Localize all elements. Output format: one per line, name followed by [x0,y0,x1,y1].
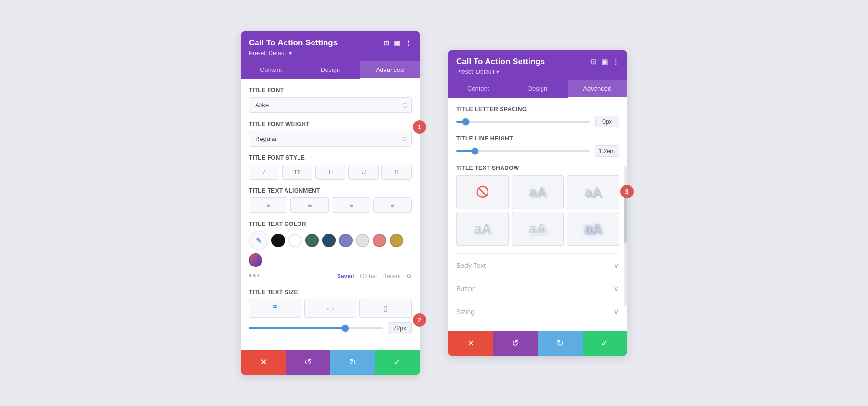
swatch-white[interactable] [288,234,302,247]
right-settings-panel: Call To Action Settings ⊡ ▣ ⋮ Preset: De… [448,50,627,356]
button-label: Button [456,285,475,293]
underline-btn[interactable]: U [348,165,379,180]
color-footer-tabs: Saved Global Recent ⚙ [337,273,412,280]
swatch-pink-light[interactable] [356,234,369,247]
button-section[interactable]: Button ∨ [456,277,619,300]
title-font-weight-select[interactable]: Regular [249,131,412,147]
left-panel-preset[interactable]: Preset: Default ▾ [249,50,412,56]
badge-3: 3 [620,185,634,198]
tablet-btn[interactable]: ▭ [304,299,357,318]
recent-tab[interactable]: Recent [382,273,401,280]
title-font-style-buttons: I TT Tr U S [249,165,412,180]
swatch-green[interactable] [305,234,319,247]
shadow-style-2-btn[interactable]: aA [567,175,619,209]
cancel-button-left[interactable]: ✕ [241,350,286,375]
shadow-none-btn[interactable]: 🚫 [456,175,509,209]
shadow-style-3-btn[interactable]: aA [456,212,509,246]
title-font-weight-select-wrap: Regular [249,131,412,147]
redo-button-right[interactable]: ↻ [538,331,583,356]
left-panel-header: Call To Action Settings ⊡ ▣ ⋮ Preset: De… [241,31,420,61]
shadow-style-5-btn[interactable]: aA [567,212,619,246]
desktop-btn[interactable]: 🖥 [249,299,301,318]
mobile-btn[interactable]: ▯ [359,299,412,318]
align-left-btn[interactable]: ≡ [249,197,287,213]
cancel-button-right[interactable]: ✕ [448,331,493,356]
title-text-color-group: Title Text Color ✎ ••• Saved [249,221,412,281]
swatch-lavender[interactable] [339,234,353,247]
letter-spacing-value: 0px [595,116,619,127]
body-text-section[interactable]: Body Text ∨ [456,253,619,277]
color-settings-icon[interactable]: ⚙ [407,273,412,280]
title-size-slider[interactable] [249,327,383,329]
swatch-salmon[interactable] [373,234,386,247]
right-panel-wrapper: Call To Action Settings ⊡ ▣ ⋮ Preset: De… [448,50,627,356]
right-more-icon[interactable]: ⋮ [612,58,619,66]
color-picker-button[interactable]: ✎ [249,231,268,250]
title-size-value: 72px [388,322,412,334]
color-more-dots[interactable]: ••• [249,271,261,281]
swatch-black[interactable] [271,234,285,247]
right-panel-preset[interactable]: Preset: Default ▾ [456,69,619,75]
line-height-slider[interactable] [456,150,590,152]
swatch-navy[interactable] [322,234,336,247]
save-button-right[interactable]: ✓ [583,331,627,356]
left-panel-title-icons: ⊡ ▣ ⋮ [383,39,412,47]
swatch-gold[interactable] [390,234,403,247]
right-panel-title-row: Call To Action Settings ⊡ ▣ ⋮ [456,57,619,67]
title-line-height-label: Title Line Height [456,135,619,142]
left-panel-tabs: Content Design Advanced [241,61,420,79]
title-size-slider-wrap: 72px [249,322,412,334]
shadow-grid: 🚫 aA aA aA aA aA [456,175,619,246]
saved-tab[interactable]: Saved [337,273,354,280]
save-button-left[interactable]: ✓ [375,350,420,375]
right-layout-icon[interactable]: ▣ [601,58,608,66]
title-text-color-label: Title Text Color [249,221,412,227]
title-text-alignment-group: Title Text Alignment ≡ ≡ ≡ ≡ [249,187,412,213]
italic-btn[interactable]: I [249,165,279,180]
align-center-btn[interactable]: ≡ [290,197,329,213]
capitalize-btn[interactable]: Tr [315,165,346,180]
title-letter-spacing-label: Title Letter Spacing [456,106,619,112]
title-font-weight-group: Title Font Weight Regular [249,121,412,147]
line-height-slider-wrap: 1.2em [456,145,619,157]
tab-content-right[interactable]: Content [448,80,508,98]
strikethrough-btn[interactable]: S [381,165,412,180]
shadow-style-1-btn[interactable]: aA [512,175,564,209]
focus-icon[interactable]: ⊡ [383,39,389,47]
title-text-alignment-buttons: ≡ ≡ ≡ ≡ [249,197,412,213]
sizing-section[interactable]: Sizing ∨ [456,300,619,323]
preset-arrow: ▾ [289,50,292,56]
letter-spacing-slider[interactable] [456,121,590,123]
undo-button-left[interactable]: ↺ [286,350,331,375]
left-panel-footer: ✕ ↺ ↻ ✓ [241,350,420,375]
title-text-alignment-label: Title Text Alignment [249,187,412,194]
align-right-btn[interactable]: ≡ [332,197,370,213]
left-panel-title-row: Call To Action Settings ⊡ ▣ ⋮ [249,38,412,48]
undo-button-right[interactable]: ↺ [493,331,538,356]
tab-advanced-left[interactable]: Advanced [360,61,420,79]
tab-design-right[interactable]: Design [508,80,567,98]
title-line-height-group: Title Line Height 1.2em [456,135,619,157]
swatch-gradient[interactable] [249,253,262,267]
left-panel: Call To Action Settings ⊡ ▣ ⋮ Preset: De… [241,31,420,375]
right-panel-tabs: Content Design Advanced [448,80,627,98]
title-font-weight-label: Title Font Weight [249,121,412,127]
tab-design-left[interactable]: Design [300,61,360,79]
uppercase-btn[interactable]: TT [282,165,312,180]
redo-button-left[interactable]: ↻ [330,350,375,375]
layout-icon[interactable]: ▣ [394,39,400,47]
title-font-select-wrap: Alike [249,97,412,113]
title-font-select[interactable]: Alike [249,97,412,113]
title-text-shadow-label: Title Text Shadow [456,165,619,171]
right-focus-icon[interactable]: ⊡ [591,58,597,66]
global-tab[interactable]: Global [360,273,377,280]
title-font-style-label: Title Font Style [249,154,412,161]
more-icon[interactable]: ⋮ [405,39,412,47]
shadow-style-4-btn[interactable]: aA [512,212,564,246]
tab-content-left[interactable]: Content [241,61,300,79]
tab-advanced-right[interactable]: Advanced [568,80,627,98]
color-footer: ••• Saved Global Recent ⚙ [249,271,412,281]
align-justify-btn[interactable]: ≡ [373,197,412,213]
title-text-size-group: Title Text Size 🖥 ▭ ▯ 72px [249,289,412,334]
title-text-size-label: Title Text Size [249,289,412,295]
